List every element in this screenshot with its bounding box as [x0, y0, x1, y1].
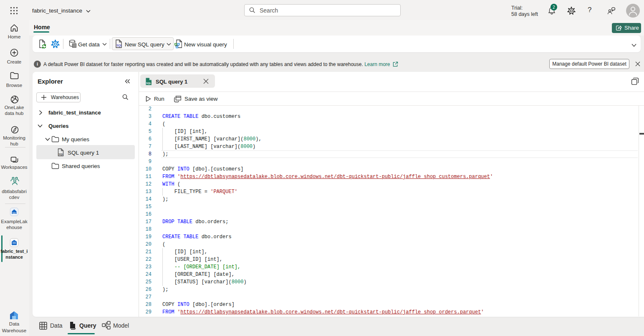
svg-text:SQL: SQL — [146, 82, 152, 84]
svg-text:SQL: SQL — [116, 44, 122, 47]
svg-text:SQL: SQL — [58, 153, 63, 155]
